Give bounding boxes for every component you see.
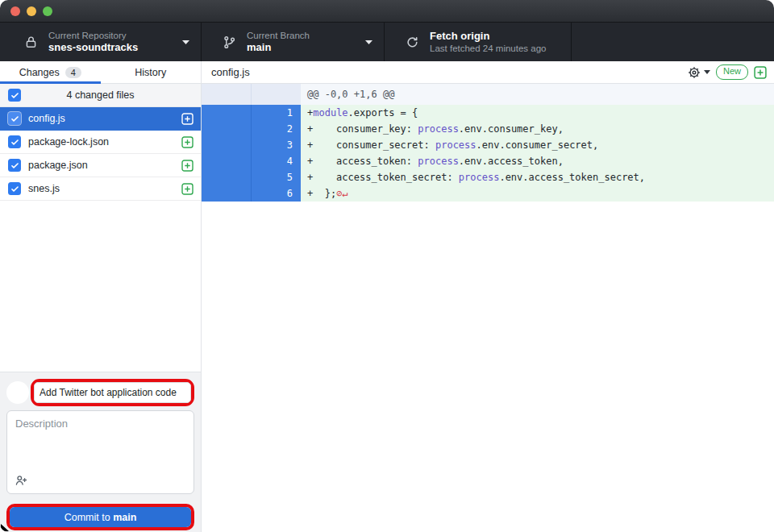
tab-history[interactable]: History xyxy=(101,61,202,83)
file-checkbox[interactable] xyxy=(8,112,21,125)
diff-gutter-new[interactable] xyxy=(252,84,301,105)
avatar xyxy=(6,381,29,404)
code-keyword: process xyxy=(435,137,476,153)
code-text: .env.consumer_key, xyxy=(459,121,564,137)
fetch-text: Fetch origin Last fetched 24 minutes ago xyxy=(430,30,547,55)
code-text: .exports = { xyxy=(348,105,418,121)
diff-gutter-old[interactable] xyxy=(202,153,252,169)
file-row-config-js[interactable]: config.js xyxy=(0,107,201,131)
file-name: package-lock.json xyxy=(28,136,109,148)
diff-body: @@ -0,0 +1,6 @@ 1 +module.exports = { 2 … xyxy=(202,84,774,532)
file-checkbox[interactable] xyxy=(8,182,21,195)
diff-line-number[interactable]: 6 xyxy=(252,185,301,202)
gear-icon xyxy=(688,66,701,79)
code-keyword: module xyxy=(313,105,347,121)
file-checkbox[interactable] xyxy=(8,135,21,148)
diff-line-code: + consumer_secret: process.env.consumer_… xyxy=(301,137,774,153)
chevron-down-icon xyxy=(704,70,710,74)
diff-line-code: + consumer_key: process.env.consumer_key… xyxy=(301,121,774,137)
diff-line-number[interactable]: 4 xyxy=(252,153,301,169)
expand-diff-button[interactable] xyxy=(754,66,767,79)
select-all-checkbox[interactable] xyxy=(8,89,21,102)
code-text: + access_token_secret: xyxy=(307,169,459,185)
sidebar: Changes 4 History 4 changed files config… xyxy=(0,61,202,532)
diff-gutter-old[interactable] xyxy=(202,137,252,153)
diff-line-number[interactable]: 5 xyxy=(252,169,301,185)
code-text: .env.access_token, xyxy=(459,153,564,169)
repository-name: snes-soundtracks xyxy=(48,41,138,54)
diff-line-number[interactable]: 1 xyxy=(252,105,301,121)
minimize-window-button[interactable] xyxy=(27,6,36,16)
diff-gutter-old[interactable] xyxy=(202,121,252,137)
commit-panel: Commit to main xyxy=(0,372,201,532)
diff-line-code: +module.exports = { xyxy=(301,105,774,121)
file-list-empty-area xyxy=(0,201,201,372)
file-name: package.json xyxy=(28,160,88,171)
diff-hunk-row: @@ -0,0 +1,6 @@ xyxy=(202,84,774,105)
code-text: + consumer_secret: xyxy=(307,137,435,153)
diff-gutter-old[interactable] xyxy=(202,105,252,121)
diff-line-2: 2 + consumer_key: process.env.consumer_k… xyxy=(202,121,774,137)
tab-changes-label: Changes xyxy=(19,67,60,78)
file-checkbox[interactable] xyxy=(8,159,21,172)
diff-gutter-old[interactable] xyxy=(202,84,252,105)
diff-pane: config.js New @@ -0,0 +1,6 @@ xyxy=(202,61,774,532)
fetch-label: Fetch origin xyxy=(430,30,547,43)
added-file-icon xyxy=(181,113,194,125)
code-text: + xyxy=(307,105,313,121)
commit-button[interactable]: Commit to main xyxy=(10,507,191,527)
zoom-window-button[interactable] xyxy=(43,6,52,16)
file-name: snes.js xyxy=(28,183,60,194)
added-file-icon xyxy=(181,136,194,148)
current-branch-dropdown[interactable]: Current Branch main xyxy=(202,23,385,61)
code-keyword: process xyxy=(459,169,500,185)
diff-line-code: + };⊘↵ xyxy=(301,185,774,202)
diff-line-number[interactable]: 2 xyxy=(252,121,301,137)
file-row-snes-js[interactable]: snes.js xyxy=(0,177,201,201)
titlebar xyxy=(0,0,774,23)
plus-square-icon xyxy=(754,66,767,79)
add-coauthor-icon[interactable] xyxy=(15,474,27,487)
code-text: + consumer_key: xyxy=(307,121,418,137)
tab-changes[interactable]: Changes 4 xyxy=(0,61,101,83)
file-row-package-lock-json[interactable]: package-lock.json xyxy=(0,131,201,154)
file-row-package-json[interactable]: package.json xyxy=(0,154,201,177)
sync-icon xyxy=(406,35,419,49)
branch-name: main xyxy=(247,41,310,54)
hunk-header-text: @@ -0,0 +1,6 @@ xyxy=(301,84,774,105)
diff-line-number[interactable]: 3 xyxy=(252,137,301,153)
added-file-icon xyxy=(181,160,194,172)
new-file-badge: New xyxy=(716,64,748,79)
added-file-icon xyxy=(181,183,194,195)
repository-label: Current Repository xyxy=(48,30,138,41)
diff-line-1: 1 +module.exports = { xyxy=(202,105,774,121)
branch-label: Current Branch xyxy=(247,30,310,41)
diff-file-title: config.js xyxy=(211,66,250,78)
close-window-button[interactable] xyxy=(10,6,20,16)
toolbar: Current Repository snes-soundtracks Curr… xyxy=(0,23,774,61)
file-name: config.js xyxy=(28,113,65,124)
commit-description-wrap xyxy=(6,410,194,494)
diff-options-button[interactable] xyxy=(688,66,710,79)
diff-gutter-old[interactable] xyxy=(202,185,252,202)
diff-line-5: 5 + access_token_secret: process.env.acc… xyxy=(202,169,774,185)
fetch-origin-button[interactable]: Fetch origin Last fetched 24 minutes ago xyxy=(385,23,572,61)
repository-text: Current Repository snes-soundtracks xyxy=(48,30,138,55)
diff-actions: New xyxy=(688,64,767,79)
code-text: .env.access_token_secret, xyxy=(499,169,645,185)
commit-button-prefix: Commit to xyxy=(64,512,113,523)
current-repository-dropdown[interactable]: Current Repository snes-soundtracks xyxy=(0,23,202,61)
diff-gutter-old[interactable] xyxy=(202,169,252,185)
diff-line-code: + access_token: process.env.access_token… xyxy=(301,153,774,169)
commit-description-input[interactable] xyxy=(6,410,194,494)
changes-count-badge: 4 xyxy=(65,67,81,78)
fetch-status: Last fetched 24 minutes ago xyxy=(430,43,547,54)
toolbar-empty-area xyxy=(572,23,774,61)
main-content: Changes 4 History 4 changed files config… xyxy=(0,61,774,532)
commit-button-branch: main xyxy=(113,512,136,523)
code-text: + }; xyxy=(307,185,336,202)
commit-summary-input[interactable] xyxy=(34,382,191,403)
annotation-highlight-commit-button: Commit to main xyxy=(6,504,194,530)
diff-line-code: + access_token_secret: process.env.acces… xyxy=(301,169,774,185)
sidebar-tabs: Changes 4 History xyxy=(0,61,201,84)
